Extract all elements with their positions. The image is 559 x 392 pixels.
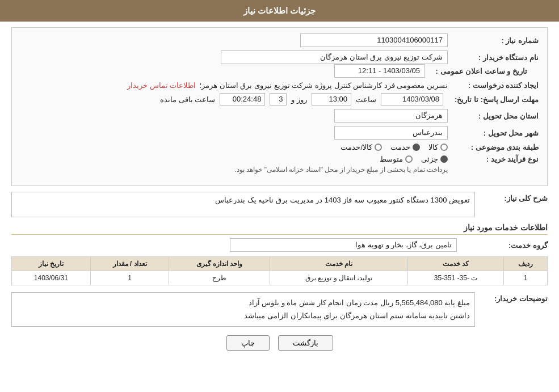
col-name: نام خدمت	[270, 257, 408, 271]
buyer-desc-line1: مبلغ پایه 5,565,484,080 ریال مدت زمان ان…	[16, 296, 470, 309]
response-time-value: 13:00	[312, 93, 351, 106]
col-code: کد خدمت	[408, 257, 503, 271]
print-button[interactable]: چاپ	[226, 335, 270, 351]
announce-date-label: تاریخ و ساعت اعلان عمومی :	[425, 67, 527, 75]
radio-khedmat-icon	[413, 144, 420, 151]
service-group-value: تامین برق، گاز، بخار و تهویه هوا	[230, 238, 457, 252]
remaining-value: 00:24:48	[220, 93, 265, 106]
category-radio-group: کالا خدمت کالا/خدمت	[341, 143, 448, 151]
city-label: شهر محل تحویل :	[448, 129, 539, 137]
need-desc-label: شرح کلی نیاز:	[480, 192, 548, 203]
cell-date: 1403/06/31	[12, 271, 91, 285]
cell-quantity: 1	[90, 271, 169, 285]
category-kala-label: کالا	[428, 143, 438, 151]
table-row: 1ت -35- 351-35تولید، انتقال و توزیع برقط…	[12, 271, 548, 285]
cell-row: 1	[503, 271, 547, 285]
response-date-value: 1403/03/08	[381, 93, 443, 106]
buyer-desc-area: مبلغ پایه 5,565,484,080 ریال مدت زمان ان…	[11, 292, 475, 327]
purchase-type-jozii[interactable]: جزئی	[421, 155, 448, 163]
purchase-type-label: نوع فرآیند خرید :	[448, 155, 539, 163]
col-unit: واحد اندازه گیری	[169, 257, 270, 271]
buyer-desc-label: توضیحات خریدار:	[480, 292, 548, 303]
buyer-desc-line2: داشتن تاییدیه سامانه ستم استان هرمزگان ب…	[16, 309, 470, 322]
col-row: ردیف	[503, 257, 547, 271]
services-section-title: اطلاعات خدمات مورد نیاز	[11, 223, 548, 235]
purchase-motavasset-label: متوسط	[380, 155, 403, 163]
cell-code: ت -35- 351-35	[408, 271, 503, 285]
back-button[interactable]: بازگشت	[278, 335, 333, 351]
requester-link[interactable]: اطلاعات تماس خریدار	[127, 81, 196, 90]
remaining-label: ساعت باقی مانده	[160, 95, 215, 104]
province-value: هرمزگان	[334, 109, 448, 123]
purchase-type-note: پرداخت تمام یا بخشی از مبلغ خریدار از مح…	[235, 166, 448, 174]
province-label: استان محل تحویل :	[448, 112, 539, 120]
announce-date-value: 1403/03/05 - 12:11	[334, 64, 425, 78]
purchase-type-radio-group: جزئی متوسط	[235, 155, 448, 163]
services-table: ردیف کد خدمت نام خدمت واحد اندازه گیری ت…	[11, 256, 548, 285]
purchase-type-motavasset[interactable]: متوسط	[380, 155, 413, 163]
response-days-label: روز و	[291, 95, 307, 104]
category-kala-khedmat-label: کالا/خدمت	[341, 143, 372, 151]
category-option-kala-khedmat[interactable]: کالا/خدمت	[341, 143, 382, 151]
requester-label: ایجاد کننده درخواست :	[448, 81, 539, 90]
requester-value: نسرین معصومی فرد کارشناس کنترل پروژه شرک…	[199, 81, 448, 90]
cell-unit: طرح	[169, 271, 270, 285]
category-khedmat-label: خدمت	[390, 143, 410, 151]
service-group-label: گروه خدمت:	[457, 241, 548, 250]
need-number-label: شماره نیاز :	[448, 36, 539, 45]
col-date: تاریخ نیاز	[12, 257, 91, 271]
radio-kala-icon	[440, 144, 448, 151]
city-value: بندرعباس	[334, 126, 448, 140]
cell-name: تولید، انتقال و توزیع برق	[270, 271, 408, 285]
response-days-value: 3	[270, 93, 287, 106]
need-number-value: 1103004106000117	[300, 33, 448, 47]
purchase-jozii-label: جزئی	[421, 155, 438, 163]
buyer-org-label: نام دستگاه خریدار :	[448, 53, 539, 62]
category-option-khedmat[interactable]: خدمت	[390, 143, 420, 151]
category-label: طبقه بندی موضوعی :	[448, 143, 539, 151]
radio-jozii-icon	[440, 155, 448, 163]
col-qty: تعداد / مقدار	[90, 257, 169, 271]
buyer-org-value: شرکت توزیع نیروی برق استان هرمزگان	[221, 50, 448, 64]
page-title: جزئیات اطلاعات نیاز	[0, 0, 559, 22]
category-option-kala[interactable]: کالا	[428, 143, 448, 151]
radio-kala-khedmat-icon	[375, 144, 382, 151]
need-desc-value: تعویض 1300 دستگاه کنتور معیوب سه فاز 140…	[11, 192, 475, 217]
response-date-label: مهلت ارسال پاسخ: تا تاریخ:	[448, 95, 539, 104]
radio-motavasset-icon	[405, 155, 413, 163]
response-time-label: ساعت	[356, 95, 376, 104]
